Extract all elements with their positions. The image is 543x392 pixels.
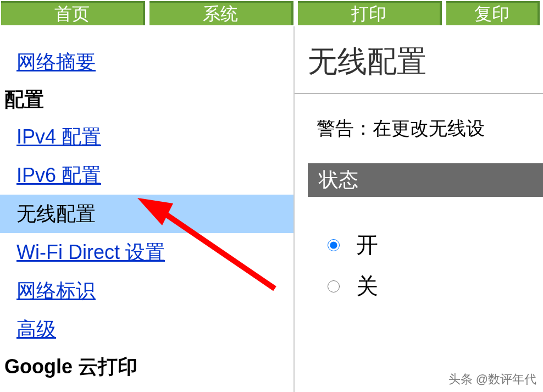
sidebar-link-wifi-direct[interactable]: Wi-Fi Direct 设置: [0, 233, 293, 272]
status-radio-group: 开 关: [295, 197, 543, 301]
tab-system[interactable]: 系统: [149, 1, 293, 25]
main-panel: 无线配置 警告：在更改无线设 状态 开 关: [295, 26, 543, 392]
status-section-header: 状态: [308, 163, 543, 197]
radio-off-label: 关: [356, 271, 378, 301]
warning-text: 警告：在更改无线设: [295, 94, 543, 163]
sidebar: 网络摘要 配置 IPv4 配置 IPv6 配置 无线配置 Wi-Fi Direc…: [0, 26, 295, 392]
sidebar-link-network-summary[interactable]: 网络摘要: [0, 43, 293, 81]
tab-home[interactable]: 首页: [1, 1, 145, 25]
sidebar-link-ipv6[interactable]: IPv6 配置: [0, 156, 293, 195]
sidebar-heading-config: 配置: [0, 81, 293, 118]
sidebar-link-wireless[interactable]: 无线配置: [0, 195, 293, 233]
radio-on[interactable]: [328, 239, 340, 251]
radio-off[interactable]: [328, 280, 340, 292]
radio-row-on[interactable]: 开: [328, 230, 543, 260]
radio-row-off[interactable]: 关: [328, 271, 543, 301]
watermark: 头条 @数评年代: [448, 371, 536, 388]
tab-copy[interactable]: 复印: [446, 1, 540, 25]
sidebar-link-settings[interactable]: 设置: [0, 385, 293, 392]
sidebar-heading-google-cloud-print: Google 云打印: [0, 349, 293, 385]
sidebar-link-network-id[interactable]: 网络标识: [0, 272, 293, 310]
sidebar-link-advanced[interactable]: 高级: [0, 310, 293, 349]
radio-on-label: 开: [356, 230, 378, 260]
page-title: 无线配置: [295, 26, 543, 94]
sidebar-link-ipv4[interactable]: IPv4 配置: [0, 118, 293, 156]
tab-print[interactable]: 打印: [298, 1, 442, 25]
